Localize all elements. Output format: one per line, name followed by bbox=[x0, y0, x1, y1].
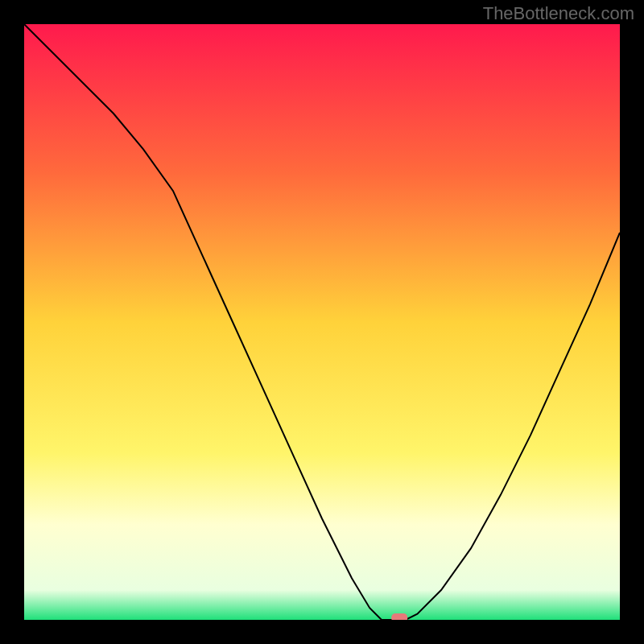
plot-area bbox=[24, 24, 620, 620]
chart-svg bbox=[24, 24, 620, 620]
optimal-marker bbox=[391, 613, 407, 620]
chart-frame: TheBottleneck.com bbox=[0, 0, 644, 644]
watermark-text: TheBottleneck.com bbox=[483, 3, 634, 24]
